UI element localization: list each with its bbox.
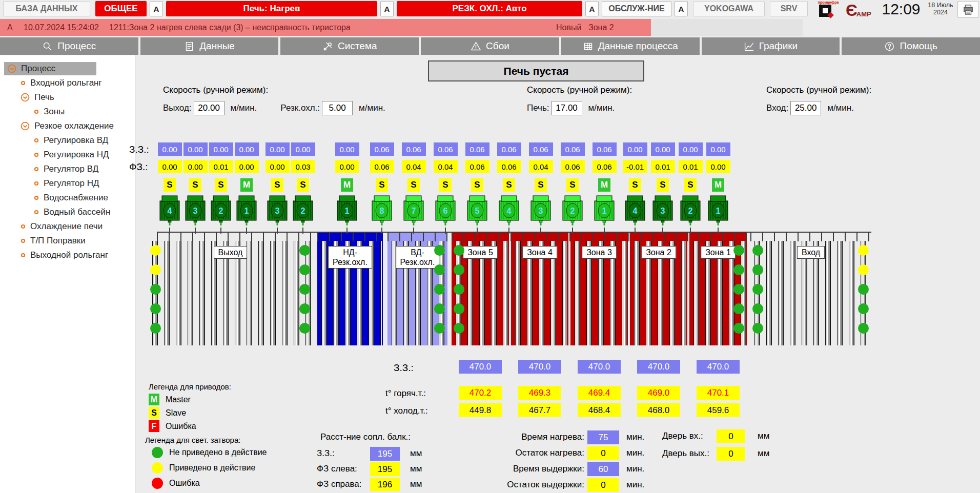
print-button[interactable] [957,1,979,18]
menu-tab-2[interactable]: Данные [140,37,279,55]
menu-tab-3[interactable]: Система [280,37,419,55]
time-row-label: Время выдержки: [482,464,584,474]
zz-setpoint-box[interactable]: 0.06 [434,142,458,156]
sidebar-item-11[interactable]: Водный бассейн [0,206,169,219]
zone-setpoint-box[interactable]: 470.0 [637,360,680,374]
topbar-button-ack-4[interactable]: A [675,1,688,16]
motor-shaft-line [604,228,605,234]
zz-setpoint-box[interactable]: 0.06 [465,142,489,156]
fz-value-box: 0.00 [706,160,730,173]
time-row-value[interactable]: 75 [587,430,619,444]
topbar-button-yokogawa[interactable]: YOKOGAWA [693,1,765,16]
nozzle-row-value[interactable]: 195 [370,447,400,461]
roller-drive-motor[interactable]: 1 [335,192,359,228]
topbar-button-service[interactable]: ОБСЛУЖ-НИЕ [602,1,671,16]
roller-drive-motor[interactable]: 3 [529,192,553,228]
topbar-button-srv[interactable]: SRV [770,1,808,16]
roller-drive-motor[interactable]: 2 [561,192,584,228]
zz-setpoint-box[interactable]: 0.00 [706,142,730,156]
zz-setpoint-box[interactable]: 0.00 [291,142,315,156]
motor-icon: 3 [529,195,553,225]
speed-input[interactable]: 25.00 [790,101,821,115]
zz-setpoint-box[interactable]: 0.00 [623,142,647,156]
sidebar-item-label: Печь [34,92,54,102]
menu-tab-7[interactable]: Помощь [842,37,980,55]
topbar-button-ack-3[interactable]: A [585,1,599,16]
zz-setpoint-box[interactable]: 0.00 [183,142,208,156]
sidebar-item-5[interactable]: Резкое охлаждение [0,119,155,133]
topbar-button-database[interactable]: БАЗА ДАННЫХ [3,1,90,16]
motor-shaft-line [508,228,509,234]
roller-drive-motor[interactable]: 2 [209,192,233,228]
roller-drive-motor[interactable]: 4 [158,192,181,228]
roller-drive-motor[interactable]: 3 [183,192,207,228]
conveyor-section-entry: Вход [750,232,871,345]
speed-input[interactable]: 5.00 [322,101,353,115]
topbar-button-ack-2[interactable]: A [380,1,394,16]
cold-temp-box: 468.0 [637,403,680,417]
roller-drive-motor[interactable]: 8 [370,192,394,228]
zz-setpoint-box[interactable]: 0.06 [402,142,426,156]
speed-input[interactable]: 17.00 [552,101,582,115]
furnace-zone: Зона 3 [570,232,628,345]
topbar-button-quench-mode[interactable]: РЕЗК. ОХЛ.: Авто [397,1,582,16]
sidebar-item-9[interactable]: Регулятор НД [0,177,169,190]
warning-icon [471,41,481,52]
zz-setpoint-box[interactable]: 0.00 [679,142,703,156]
zz-setpoint-box[interactable]: 0.00 [651,142,675,156]
menu-tab-4[interactable]: Сбои [421,37,559,55]
zone-setpoint-box[interactable]: 470.0 [459,360,502,374]
topbar-button-furnace-mode[interactable]: Печь: Нагрев [166,1,377,16]
zz-setpoint-box[interactable]: 0.00 [158,142,182,156]
zz-setpoint-box[interactable]: 0.06 [529,142,553,156]
menu-tab-6[interactable]: Графики [702,37,840,55]
zone-setpoint-box[interactable]: 470.0 [518,360,561,374]
sidebar-item-10[interactable]: Водоснабжение [0,191,169,204]
drive-group-2: 0.000.00S30.000.03S2 [264,142,316,234]
topbar-button-ack-1[interactable]: A [150,1,163,16]
bullet-icon [34,152,39,157]
roller-drive-motor[interactable]: 3 [266,192,289,228]
topbar-button-common[interactable]: ОБЩЕЕ [95,1,147,16]
sidebar-item-3[interactable]: Печь [0,91,155,104]
legend-circle [152,478,163,489]
zz-setpoint-box[interactable]: 0.00 [266,142,290,156]
roller-drive-motor[interactable]: 3 [651,192,675,228]
speed-input[interactable]: 20.00 [194,101,224,115]
roller-drive-motor[interactable]: 4 [623,192,647,228]
sidebar-item-1[interactable]: Процесс [0,62,142,75]
sidebar-item-4[interactable]: Зоны [0,105,169,118]
zz-setpoint-box[interactable]: 0.00 [235,142,259,156]
zz-setpoint-box[interactable]: 0.00 [209,142,233,156]
light-gate-indicator [434,323,445,334]
alarm-bar[interactable]: А 10.07.2024 15:24:02 1211:Зона 2 нагрев… [0,19,980,36]
menu-tab-1[interactable]: Процесс [0,37,138,55]
roller-drive-motor[interactable]: 2 [679,192,702,228]
zz-setpoint-box[interactable]: 0.06 [497,142,521,156]
menu-tab-5[interactable]: Данные процесса [561,37,700,55]
zz-setpoint-box[interactable]: 0.06 [561,142,585,156]
roller-drive-motor[interactable]: 1 [706,192,730,228]
time-row-value[interactable]: 60 [587,462,619,476]
roller-drive-motor[interactable]: 6 [434,192,457,228]
roller-drive-motor[interactable]: 5 [465,192,489,228]
sidebar-item-14[interactable]: Выходной рольганг [0,249,155,262]
drive-column: 0.060.06S5 [464,142,490,234]
sidebar-item-12[interactable]: Охлаждение печи [0,220,155,233]
roller-drive-motor[interactable]: 7 [402,192,425,228]
zz-setpoint-box[interactable]: 0.06 [593,142,617,156]
section-label: ВД-Резк.охл. [396,246,440,269]
zz-setpoint-box[interactable]: 0.00 [335,142,359,156]
zone-setpoint-box[interactable]: 470.0 [697,360,740,374]
promtsifra-logo: промцифра [815,1,842,17]
roller-drive-motor[interactable]: 1 [593,192,616,228]
sidebar-item-2[interactable]: Входной рольганг [0,76,155,90]
svg-text:2: 2 [570,207,575,215]
roller-drive-motor[interactable]: 4 [497,192,521,228]
zz-setpoint-box[interactable]: 0.06 [370,142,394,156]
roller-drive-motor[interactable]: 1 [235,192,258,228]
sidebar-item-13[interactable]: Т/П Поправки [0,234,155,248]
roller-drive-motor[interactable]: 2 [291,192,315,228]
zone-setpoint-box[interactable]: 470.0 [578,360,621,374]
svg-text:3: 3 [539,207,543,215]
